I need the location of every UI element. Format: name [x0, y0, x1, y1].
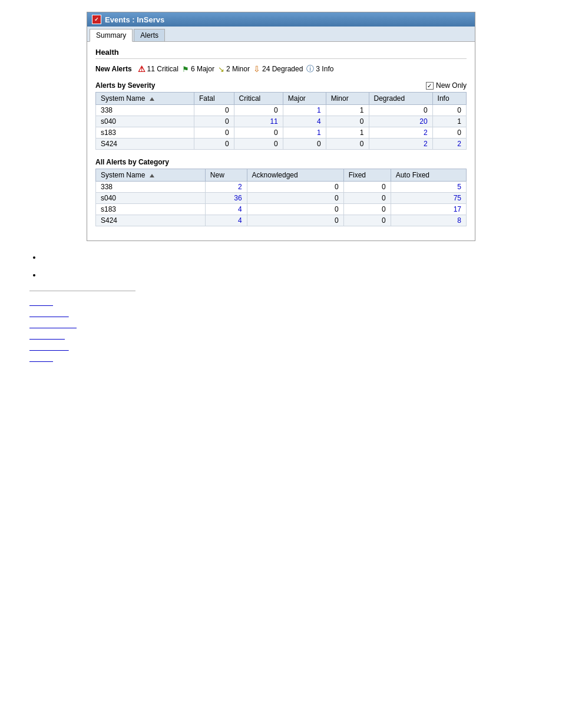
link-4[interactable]: [29, 332, 550, 340]
critical-badge[interactable]: ⚠ 11 Critical: [138, 64, 178, 74]
cell-minor: 0: [326, 116, 369, 127]
health-section-title: Health: [95, 48, 467, 59]
degraded-count: 24 Degraded: [262, 65, 303, 73]
title-icon: ✓: [92, 15, 101, 24]
col-new[interactable]: New: [205, 169, 247, 182]
cell-fatal: 0: [194, 127, 234, 139]
panel-titlebar: ✓ Events : InServs: [87, 12, 475, 27]
cell-auto-fixed[interactable]: 8: [391, 215, 466, 226]
category-table-header-row: All Alerts by Category: [95, 158, 467, 166]
major-badge[interactable]: ⚑ 6 Major: [182, 65, 214, 74]
col-major[interactable]: Major: [283, 93, 326, 105]
cell-major: 0: [283, 139, 326, 150]
col-auto-fixed[interactable]: Auto Fixed: [391, 169, 466, 182]
cell-info: 0: [432, 105, 466, 116]
cell-critical[interactable]: 11: [234, 116, 283, 127]
cell-system: s040: [96, 116, 194, 127]
alerts-by-severity-section: Alerts by Severity ✓ New Only System Nam…: [95, 81, 467, 150]
col-degraded[interactable]: Degraded: [369, 93, 432, 105]
cell-new[interactable]: 36: [205, 193, 247, 204]
col-info[interactable]: Info: [432, 93, 466, 105]
link-6[interactable]: [29, 354, 550, 363]
sort-icon: [150, 97, 154, 101]
category-table-title: All Alerts by Category: [95, 158, 169, 166]
cell-degraded[interactable]: 20: [369, 116, 432, 127]
minor-badge[interactable]: ↘ 2 Minor: [218, 65, 250, 74]
bullet-item-1: [41, 253, 550, 261]
cell-fixed: 0: [343, 182, 391, 193]
col-fatal[interactable]: Fatal: [194, 93, 234, 105]
cell-degraded[interactable]: 2: [369, 127, 432, 139]
link-5[interactable]: [29, 343, 550, 351]
cell-fixed: 0: [343, 193, 391, 204]
cell-system: s183: [96, 127, 194, 139]
cell-fixed: 0: [343, 204, 391, 215]
cell-info[interactable]: 2: [432, 139, 466, 150]
link-3[interactable]: [29, 321, 550, 329]
alerts-by-category-section: All Alerts by Category System Name New A…: [95, 158, 467, 226]
minor-icon: ↘: [218, 65, 224, 74]
cell-major[interactable]: 4: [283, 116, 326, 127]
link-1[interactable]: [29, 298, 550, 307]
tab-summary[interactable]: Summary: [90, 29, 133, 42]
cell-system: s183: [96, 204, 206, 215]
cell-acknowledged: 0: [247, 204, 343, 215]
cell-minor: 0: [326, 139, 369, 150]
table-row: s183 4 0 0 17: [96, 204, 467, 215]
new-only-checkbox[interactable]: ✓: [426, 82, 434, 90]
severity-table-header-row: Alerts by Severity ✓ New Only: [95, 81, 467, 90]
table-row: s040 36 0 0 75: [96, 193, 467, 204]
table-row: s040 0 11 4 0 20 1: [96, 116, 467, 127]
link-2[interactable]: [29, 309, 550, 318]
col-fixed[interactable]: Fixed: [343, 169, 391, 182]
cell-major[interactable]: 1: [283, 127, 326, 139]
cell-new[interactable]: 4: [205, 215, 247, 226]
cell-auto-fixed[interactable]: 75: [391, 193, 466, 204]
cell-minor: 1: [326, 105, 369, 116]
info-count: 3 Info: [316, 65, 333, 73]
cell-fatal: 0: [194, 105, 234, 116]
critical-count: 11 Critical: [147, 65, 178, 73]
cell-new[interactable]: 4: [205, 204, 247, 215]
table-row: 338 2 0 0 5: [96, 182, 467, 193]
table-row: S424 4 0 0 8: [96, 215, 467, 226]
info-badge[interactable]: ⓘ 3 Info: [306, 64, 333, 74]
new-alerts-label: New Alerts: [95, 65, 132, 73]
cell-major[interactable]: 1: [283, 105, 326, 116]
table-row: s183 0 0 1 1 2 0: [96, 127, 467, 139]
cell-fatal: 0: [194, 139, 234, 150]
panel-content: Health New Alerts ⚠ 11 Critical ⚑ 6 Majo…: [87, 42, 475, 241]
tab-alerts[interactable]: Alerts: [134, 29, 165, 41]
tabs-bar: Summary Alerts: [87, 27, 475, 42]
degraded-icon: ⇩: [253, 64, 260, 74]
col-minor[interactable]: Minor: [326, 93, 369, 105]
cell-new[interactable]: 2: [205, 182, 247, 193]
page-wrapper: ✓ Events : InServs Summary Alerts Health…: [0, 0, 562, 377]
degraded-badge[interactable]: ⇩ 24 Degraded: [253, 64, 303, 74]
info-icon: ⓘ: [306, 64, 314, 74]
cell-acknowledged: 0: [247, 193, 343, 204]
major-count: 6 Major: [191, 65, 214, 73]
table-row: S424 0 0 0 0 2 2: [96, 139, 467, 150]
cell-degraded[interactable]: 2: [369, 139, 432, 150]
cell-info: 0: [432, 127, 466, 139]
col-acknowledged[interactable]: Acknowledged: [247, 169, 343, 182]
col-system-name[interactable]: System Name: [96, 169, 206, 182]
table-row: 338 0 0 1 1 0 0: [96, 105, 467, 116]
panel-title: Events : InServs: [105, 15, 164, 24]
events-panel: ✓ Events : InServs Summary Alerts Health…: [87, 12, 475, 241]
bullets-section: [12, 253, 550, 279]
col-critical[interactable]: Critical: [234, 93, 283, 105]
cell-system: s040: [96, 193, 206, 204]
cell-auto-fixed[interactable]: 5: [391, 182, 466, 193]
bullet-item-2: [41, 271, 550, 279]
cell-system: S424: [96, 139, 194, 150]
cell-auto-fixed[interactable]: 17: [391, 204, 466, 215]
new-only-label: New Only: [436, 81, 467, 90]
cell-degraded: 0: [369, 105, 432, 116]
severity-table-title: Alerts by Severity: [95, 81, 155, 90]
severity-table: System Name Fatal Critical Major Minor D…: [95, 92, 467, 150]
links-divider: [29, 291, 135, 291]
cell-acknowledged: 0: [247, 215, 343, 226]
col-system-name[interactable]: System Name: [96, 93, 194, 105]
